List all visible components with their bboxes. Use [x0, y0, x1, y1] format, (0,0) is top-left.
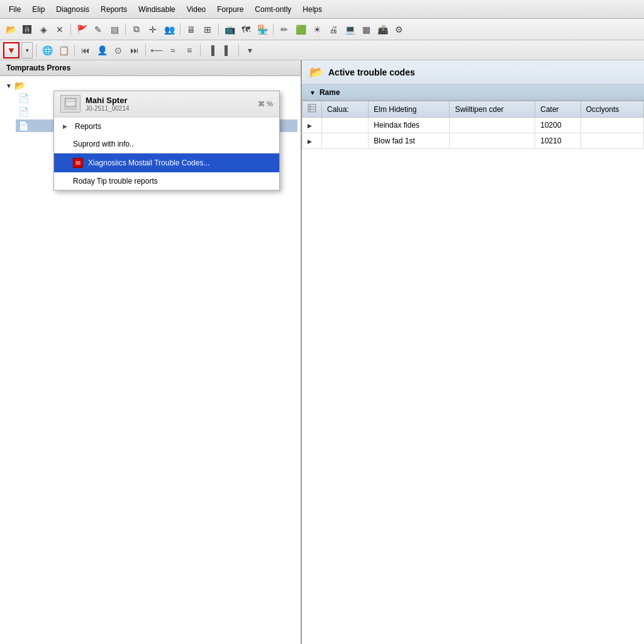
filter-dropdown[interactable]: ▾ — [21, 42, 33, 58]
screen-icon[interactable]: 🖥 — [184, 22, 199, 37]
main-toolbar: 📂 🅰 ◈ ✕ 🚩 ✎ ▤ ⧉ ✛ 👥 🖥 ⊞ 📺 🗺 🏪 ✏ 🟩 ☀ 🖨 💻 … — [0, 19, 644, 40]
menu-elip[interactable]: Elip — [27, 4, 50, 15]
trouble-codes-table: Calua: Elm Hideting Swiiltipen cder Cate… — [302, 101, 644, 149]
row1-swiiltipen — [450, 118, 535, 133]
right-section-header: ▼ Rame — [302, 85, 644, 101]
main-area: Tomprauts Prores ▼ 📂 📄 📄 📄 — [0, 60, 644, 644]
copy-icon[interactable]: ⧉ — [129, 22, 144, 37]
font-icon[interactable]: 🅰 — [19, 22, 35, 37]
menu-helps[interactable]: Helps — [297, 4, 327, 15]
lines-icon[interactable]: ▤ — [107, 22, 122, 37]
forward-icon[interactable]: ⏭ — [127, 43, 142, 58]
context-menu-header: Mahi Spter J0-2511_00214 ⌘ % — [54, 91, 279, 117]
desktop-icon[interactable]: 💻 — [342, 22, 357, 37]
section-collapse-icon[interactable]: ▼ — [309, 89, 316, 96]
tree-root[interactable]: ▼ 📂 — [3, 79, 297, 92]
table-row[interactable]: ▶ Blow fad 1st 10210 — [303, 133, 644, 149]
context-menu-roday-tip-label: Roday Tip trouble reports — [73, 177, 158, 186]
columns-icon[interactable]: ▦ — [358, 22, 374, 37]
context-menu-roday-tip[interactable]: Roday Tip trouble reports — [54, 172, 279, 190]
sun-icon[interactable]: ☀ — [309, 22, 325, 37]
shop-icon[interactable]: 🏪 — [255, 22, 270, 37]
back-icon[interactable]: ⏮ — [78, 43, 93, 58]
row1-occlyonts — [580, 118, 643, 133]
grid-icon[interactable]: ⊞ — [200, 22, 215, 37]
context-menu-reports-label: Reports — [75, 122, 101, 131]
green-icon[interactable]: 🟩 — [293, 22, 308, 37]
fax-icon[interactable]: 📠 — [375, 22, 390, 37]
row2-col-icon: ▶ — [303, 133, 322, 149]
col-header-cater: Cater — [535, 101, 580, 118]
row2-elm-hideting: Blow fad 1st — [369, 133, 450, 149]
sep-t2-2 — [74, 44, 75, 57]
people-icon[interactable]: 👥 — [162, 22, 177, 37]
right-panel-title: Active trouble codes — [328, 67, 415, 77]
context-menu-suprord[interactable]: Suprord with info.. — [54, 135, 279, 153]
sep3 — [180, 23, 180, 36]
row2-swiiltipen — [450, 133, 535, 149]
context-menu-username: Mahi Spter — [86, 96, 130, 105]
circle-icon[interactable]: ⊙ — [111, 43, 126, 58]
menubar: File Elip Diagnosis Reports Windisable V… — [0, 0, 644, 19]
bars-icon[interactable]: ▐ — [204, 43, 219, 58]
table-row[interactable]: ▶ Heindax fides 10200 — [303, 118, 644, 133]
menu-video[interactable]: Video — [182, 4, 211, 15]
row2-calua — [322, 133, 369, 149]
context-menu-diag-codes[interactable]: Xiagnosiics Mostail Trouble Codes... — [54, 153, 279, 172]
monitor-icon[interactable]: 📺 — [222, 22, 237, 37]
settings-icon[interactable]: ⚙ — [391, 22, 406, 37]
sep-t2-1 — [36, 44, 36, 57]
context-menu-user: Mahi Spter J0-2511_00214 — [60, 95, 130, 113]
row1-expand-icon[interactable]: ▶ — [308, 123, 312, 129]
edit-icon[interactable]: ✎ — [91, 22, 106, 37]
right-panel: 📂 Active trouble codes ▼ Rame — [302, 60, 644, 644]
diag-codes-icon — [73, 158, 83, 168]
row1-calua — [322, 118, 369, 133]
row1-cater: 10200 — [535, 118, 580, 133]
person-icon[interactable]: 👤 — [94, 43, 109, 58]
flag-icon[interactable]: 🚩 — [74, 22, 89, 37]
context-menu-userid: J0-2511_00214 — [86, 105, 130, 112]
menu-diagnosis[interactable]: Diagnosis — [51, 4, 94, 15]
angle-icon[interactable]: ⟵ — [149, 43, 164, 58]
context-menu: Mahi Spter J0-2511_00214 ⌘ % ▶ Reports S… — [53, 91, 280, 191]
doc-icon-3: 📄 — [18, 121, 29, 131]
svg-rect-6 — [308, 104, 316, 112]
diamond-icon[interactable]: ◈ — [36, 22, 51, 37]
section-title: Rame — [319, 88, 340, 97]
context-menu-user-info: Mahi Spter J0-2511_00214 — [86, 96, 130, 112]
svg-rect-2 — [66, 99, 75, 106]
bars2-icon[interactable]: ▌ — [220, 43, 235, 58]
col-header-icon — [303, 101, 322, 118]
tilde-icon[interactable]: ≈ — [165, 43, 180, 58]
pencil-icon[interactable]: ✏ — [277, 22, 292, 37]
add-icon[interactable]: ✛ — [145, 22, 160, 37]
open-folder-icon[interactable]: 📂 — [3, 22, 18, 37]
sep-t2-3 — [145, 44, 146, 57]
document-icon[interactable]: 📋 — [56, 43, 71, 58]
print-icon[interactable]: 🖨 — [326, 22, 341, 37]
menu-forpure[interactable]: Forpure — [212, 4, 248, 15]
map-icon[interactable]: 🗺 — [238, 22, 253, 37]
filter-button[interactable]: ▼ — [3, 42, 19, 58]
col-header-elm-hideting: Elm Hideting — [369, 101, 450, 118]
secondary-toolbar: ▼ ▾ 🌐 📋 ⏮ 👤 ⊙ ⏭ ⟵ ≈ ≡ ▐ ▌ ▾ — [0, 40, 644, 60]
dropdown-arrow-icon[interactable]: ▾ — [242, 43, 257, 58]
close-icon[interactable]: ✕ — [52, 22, 67, 37]
svg-rect-5 — [75, 161, 80, 165]
menu-reports[interactable]: Reports — [96, 4, 132, 15]
sep-t2-4 — [200, 44, 201, 57]
context-menu-reports[interactable]: ▶ Reports — [54, 118, 279, 135]
row2-expand-icon[interactable]: ▶ — [308, 138, 312, 145]
sep1 — [70, 23, 71, 36]
web-icon[interactable]: 🌐 — [40, 43, 55, 58]
menu-comt-ontly[interactable]: Comt-ontly — [250, 4, 296, 15]
sep2 — [125, 23, 126, 36]
row2-cater: 10210 — [535, 133, 580, 149]
row2-occlyonts — [580, 133, 643, 149]
menu-file[interactable]: File — [4, 4, 26, 15]
row1-col-icon: ▶ — [303, 118, 322, 133]
menu-windisable[interactable]: Windisable — [133, 4, 180, 15]
submenu-arrow-icon: ▶ — [63, 123, 67, 130]
equal-icon[interactable]: ≡ — [182, 43, 197, 58]
